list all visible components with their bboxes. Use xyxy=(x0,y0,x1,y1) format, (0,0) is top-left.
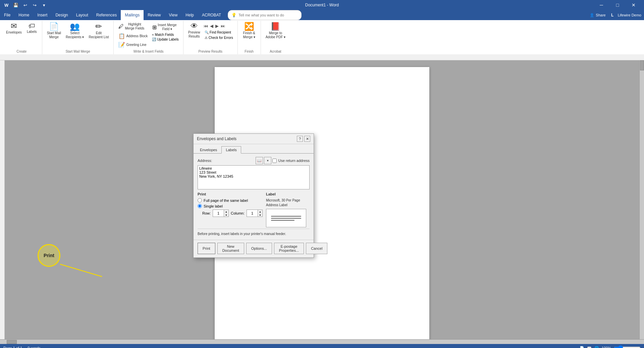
tab-help[interactable]: Help xyxy=(181,10,198,20)
col-spinner[interactable]: ▲ ▼ xyxy=(247,210,263,217)
view-web-icon[interactable]: 🌐 xyxy=(594,346,599,348)
dialog-help-button[interactable]: ? xyxy=(297,136,303,142)
tab-file[interactable]: File xyxy=(0,10,14,20)
full-page-radio-row[interactable]: Full page of the same label xyxy=(198,198,263,202)
tab-references[interactable]: References xyxy=(92,10,121,20)
minimize-button[interactable]: ─ xyxy=(594,0,609,10)
view-print-icon[interactable]: 📄 xyxy=(580,346,584,348)
use-return-address-checkbox[interactable] xyxy=(272,159,277,163)
single-label-radio-row[interactable]: Single label xyxy=(198,204,263,208)
tab-view[interactable]: View xyxy=(165,10,182,20)
address-block-icon: 📋 xyxy=(118,33,125,39)
zoom-slider[interactable] xyxy=(614,345,641,348)
customize-quick-icon[interactable]: ▾ xyxy=(40,1,48,9)
row-up-button[interactable]: ▲ xyxy=(224,210,228,213)
insert-merge-field-button[interactable]: ⊞ Insert MergeField ▾ xyxy=(150,22,180,32)
word-logo-icon: W xyxy=(3,1,10,9)
tell-me-input[interactable] xyxy=(238,13,292,17)
save-quick-icon[interactable]: 💾 xyxy=(12,1,19,9)
tab-layout[interactable]: Layout xyxy=(72,10,92,20)
full-page-radio[interactable] xyxy=(198,198,202,202)
finish-merge-button[interactable]: 🔀 Finish &Merge ▾ xyxy=(240,21,258,40)
col-down-button[interactable]: ▼ xyxy=(258,213,262,217)
horizontal-scrollbar[interactable] xyxy=(0,339,644,344)
edit-recipient-list-button[interactable]: ✏ EditRecipient List xyxy=(87,21,111,40)
tab-envelopes[interactable]: Envelopes xyxy=(196,146,221,153)
page-count: Page 1 of 1 xyxy=(3,346,22,348)
tab-insert[interactable]: Insert xyxy=(33,10,51,20)
greeting-line-button[interactable]: 📝 Greeting Line xyxy=(116,41,150,49)
start-mail-merge-button[interactable]: 📄 Start MailMerge xyxy=(45,21,63,40)
next-record-button[interactable]: ▶ xyxy=(215,23,219,29)
redo-quick-icon[interactable]: ↪ xyxy=(31,1,38,9)
window-title: Document1 - Word xyxy=(305,3,339,7)
use-return-address-label[interactable]: Use return address xyxy=(272,159,310,163)
select-recipients-button[interactable]: 👥 SelectRecipients ▾ xyxy=(64,21,86,40)
row-input[interactable] xyxy=(213,210,224,217)
label-line-1 xyxy=(271,216,301,217)
undo-quick-icon[interactable]: ↩ xyxy=(21,1,29,9)
first-record-button[interactable]: ⏮ xyxy=(203,23,209,29)
row-arrows: ▲ ▼ xyxy=(224,210,228,217)
dialog-tabs: Envelopes Labels xyxy=(194,144,314,154)
ribbon-group-acrobat: 📕 Merge toAdobe PDF ▾ Acrobat xyxy=(261,21,290,54)
highlight-icon: 🖊 xyxy=(118,23,124,30)
row-spinner[interactable]: ▲ ▼ xyxy=(213,210,229,217)
dialog-titlebar-buttons: ? ✕ xyxy=(297,136,310,142)
svg-text:W: W xyxy=(4,3,9,8)
address-label: Address: 📖 ▾ Use return address xyxy=(198,157,310,164)
ribbon-group-start-mail-merge: 📄 Start MailMerge 👥 SelectRecipients ▾ ✏… xyxy=(42,21,114,54)
cancel-button[interactable]: Cancel xyxy=(306,243,327,254)
share-button[interactable]: 👤 Share xyxy=(590,13,605,17)
vertical-scrollbar[interactable] xyxy=(639,60,644,339)
close-button[interactable]: ✕ xyxy=(626,0,641,10)
label-type: Address Label xyxy=(266,203,310,208)
highlight-merge-fields-button[interactable]: 🖊 HighlightMerge Fields xyxy=(116,21,150,32)
row-down-button[interactable]: ▼ xyxy=(224,213,228,217)
print-button[interactable]: Print xyxy=(198,243,215,254)
col-input[interactable] xyxy=(247,210,258,217)
scrollbar-thumb[interactable] xyxy=(640,60,644,70)
write-insert-label: Write & Insert Fields xyxy=(116,49,180,54)
ruler-horizontal xyxy=(0,54,644,60)
address-dropdown-button[interactable]: ▾ xyxy=(264,157,271,164)
tab-review[interactable]: Review xyxy=(144,10,165,20)
ribbon-group-create: ✉ Envelopes 🏷 Labels Create xyxy=(1,21,42,54)
tab-labels[interactable]: Labels xyxy=(221,146,241,154)
print-label-columns: Print Full page of the same label Single… xyxy=(198,192,310,227)
row-label: Row: xyxy=(202,211,211,215)
user-area[interactable]: L Lifewire Demo xyxy=(608,11,641,19)
merge-adobe-button[interactable]: 📕 Merge toAdobe PDF ▾ xyxy=(264,21,287,40)
tab-design[interactable]: Design xyxy=(51,10,72,20)
check-errors-button[interactable]: ⚠ Check for Errors xyxy=(203,36,235,40)
single-label-radio[interactable] xyxy=(198,204,202,208)
tab-mailings[interactable]: Mailings xyxy=(121,10,144,20)
status-bar: Page 1 of 1 0 words 📄 📖 🌐 100% xyxy=(0,344,644,348)
col-up-button[interactable]: ▲ xyxy=(258,210,262,213)
last-record-button[interactable]: ⏭ xyxy=(220,23,226,29)
find-recipient-button[interactable]: 🔍 Find Recipient xyxy=(203,30,235,35)
preview-results-button[interactable]: 👁 PreviewResults xyxy=(186,21,202,40)
create-group-label: Create xyxy=(4,49,39,54)
prev-record-button[interactable]: ◀ xyxy=(209,23,214,29)
row-col-section: Row: ▲ ▼ Column: xyxy=(202,210,263,217)
match-fields-button[interactable]: ≈ Match Fields xyxy=(150,33,180,37)
envelopes-button[interactable]: ✉ Envelopes xyxy=(4,21,24,36)
tab-home[interactable]: Home xyxy=(14,10,33,20)
options-button[interactable]: Options... xyxy=(246,243,272,254)
acrobat-label: Acrobat xyxy=(264,49,287,54)
address-book-button[interactable]: 📖 xyxy=(256,157,263,164)
scrollbar-h-thumb[interactable] xyxy=(7,340,17,344)
tell-me-bar[interactable]: 💡 xyxy=(228,10,302,20)
epostage-button[interactable]: E-postage Properties... xyxy=(274,243,304,254)
address-block-button[interactable]: 📋 Address Block xyxy=(116,32,150,40)
restore-button[interactable]: □ xyxy=(610,0,625,10)
tab-acrobat[interactable]: ACROBAT xyxy=(198,10,225,20)
view-read-icon[interactable]: 📖 xyxy=(587,346,592,348)
address-textarea[interactable]: Lifewire 123 Street New York, NY 12345 xyxy=(198,165,310,189)
dialog-close-button[interactable]: ✕ xyxy=(304,136,310,142)
labels-button[interactable]: 🏷 Labels xyxy=(24,21,39,35)
address-input-row: Lifewire 123 Street New York, NY 12345 xyxy=(198,165,310,189)
new-document-button[interactable]: New Document xyxy=(217,243,244,254)
update-labels-button[interactable]: 🔄 Update Labels xyxy=(150,37,180,42)
